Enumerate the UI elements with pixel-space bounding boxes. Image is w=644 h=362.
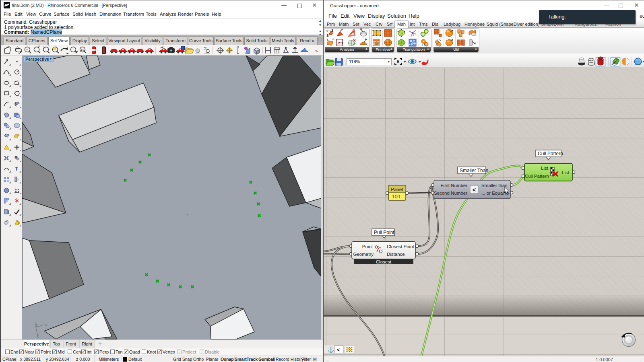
svg-text:Closest: Closest xyxy=(376,259,392,264)
svg-text:List: List xyxy=(562,170,570,175)
svg-text:Panel: Panel xyxy=(391,187,402,192)
svg-text:<: < xyxy=(337,347,340,353)
svg-text:Distance: Distance xyxy=(387,252,405,257)
svg-text:1: 1 xyxy=(326,33,328,37)
svg-text:Cull Pattern: Cull Pattern xyxy=(525,174,549,179)
svg-text:Closest Point: Closest Point xyxy=(387,244,415,249)
svg-text:1:1: 1:1 xyxy=(80,48,85,51)
svg-text:x: x xyxy=(37,334,39,339)
svg-text:z: z xyxy=(35,323,38,327)
svg-text:1.0: 1.0 xyxy=(421,44,425,47)
svg-text:First Number: First Number xyxy=(441,183,468,188)
svg-text:y: y xyxy=(45,322,47,327)
svg-text:⚓: ⚓ xyxy=(327,346,334,353)
svg-text:2: 2 xyxy=(326,29,328,33)
svg-text:»: » xyxy=(315,48,318,54)
svg-text:List: List xyxy=(541,166,549,171)
svg-text:+: + xyxy=(26,47,28,51)
svg-text:Smaller Than: Smaller Than xyxy=(460,168,488,173)
svg-text:Smaller than: Smaller than xyxy=(481,183,508,188)
svg-text:T: T xyxy=(15,166,18,172)
svg-text:Point: Point xyxy=(362,244,373,249)
svg-text:<: < xyxy=(473,187,476,193)
svg-text:Second Number: Second Number xyxy=(434,191,467,195)
svg-text:Geometry: Geometry xyxy=(353,252,374,257)
svg-text:Pull Point: Pull Point xyxy=(374,230,394,235)
svg-text:100: 100 xyxy=(392,194,400,200)
svg-text:Cull Pattern: Cull Pattern xyxy=(538,151,563,156)
